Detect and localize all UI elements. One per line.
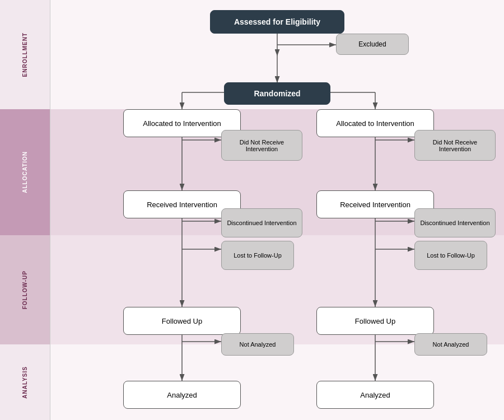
not-analyzed-left-box: Not Analyzed [221, 333, 294, 356]
consort-diagram: ENROLLMENT ALLOCATION FOLLOW-UP ANALYSIS [0, 0, 504, 420]
randomized-box: Randomized [224, 82, 330, 105]
analysis-label: ANALYSIS [22, 366, 28, 399]
assessed-box: Assessed for Eligibility [210, 10, 344, 34]
lost-right-box: Lost to Follow-Up [414, 241, 487, 270]
followed-left-box: Followed Up [123, 307, 241, 335]
enrollment-label-section: ENROLLMENT [0, 0, 50, 109]
discontinued-left-box: Discontinued Intervention [221, 208, 302, 237]
dnr-right-box: Did Not Receive Intervention [414, 130, 496, 161]
followup-label: FOLLOW-UP [22, 270, 28, 309]
lost-left-box: Lost to Follow-Up [221, 241, 294, 270]
analysis-bg [50, 344, 504, 420]
followup-label-section: FOLLOW-UP [0, 235, 50, 344]
enrollment-label: ENROLLMENT [22, 32, 28, 77]
followed-right-box: Followed Up [316, 307, 434, 335]
discontinued-right-box: Discontinued Intervention [414, 208, 496, 237]
dnr-left-box: Did Not Receive Intervention [221, 130, 302, 161]
not-analyzed-right-box: Not Analyzed [414, 333, 487, 356]
analysis-label-section: ANALYSIS [0, 344, 50, 420]
analyzed-left-box: Analyzed [123, 381, 241, 409]
analyzed-right-box: Analyzed [316, 381, 434, 409]
diagram-content: Assessed for Eligibility Excluded Random… [50, 0, 504, 420]
labels-column: ENROLLMENT ALLOCATION FOLLOW-UP ANALYSIS [0, 0, 50, 420]
excluded-box: Excluded [336, 34, 409, 55]
allocation-label: ALLOCATION [22, 151, 28, 193]
allocation-label-section: ALLOCATION [0, 109, 50, 235]
